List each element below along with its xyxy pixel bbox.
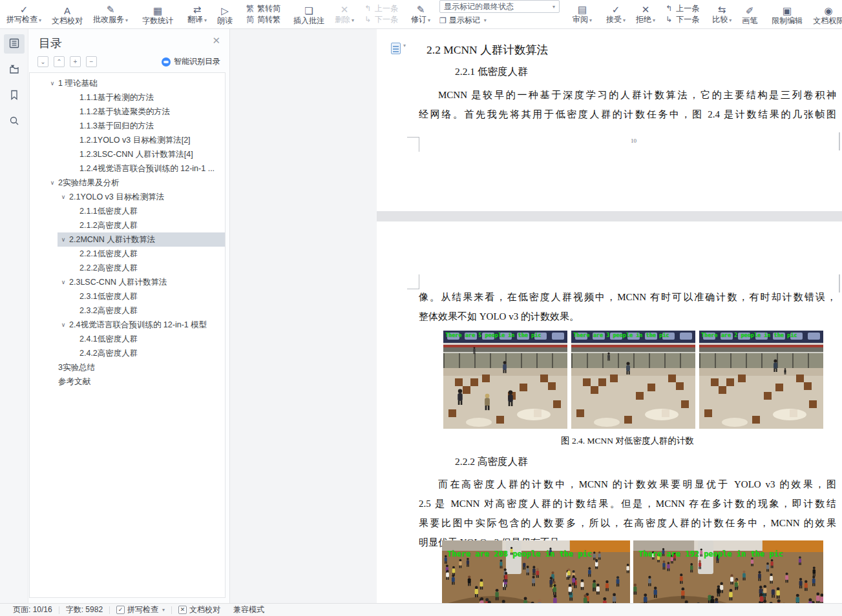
toc-item[interactable]: ∨2.4视觉语言联合预训练的 12-in-1 模型 (58, 318, 225, 332)
trad-to-simp-icon: 繁 (246, 4, 255, 14)
toc-item[interactable]: 2.2.2高密度人群 (79, 261, 225, 275)
expand-all-button[interactable]: + (70, 56, 81, 67)
smart-toc-label: 智能识别目录 (174, 56, 220, 67)
toc-item[interactable]: 1.1.3基于回归的方法 (79, 119, 225, 133)
toc-item[interactable]: 2.3.2高密度人群 (79, 303, 225, 318)
grading-service-button[interactable]: ✎批改服务▾ (88, 0, 133, 28)
toc-item-label: 2.2MCNN 人群计数算法 (69, 234, 155, 245)
toc-item-label: 3实验总结 (58, 362, 95, 373)
toolbar-stack: 繁繁转简简简转繁 (242, 0, 284, 28)
station-image-3: There are 2 people in the pic (699, 331, 823, 429)
toc-item[interactable]: 2.1.2高密度人群 (79, 218, 225, 232)
bookmark-pane-button[interactable] (4, 86, 25, 105)
search-pane-button[interactable] (4, 112, 25, 131)
compare-icon: ⇆ (718, 3, 726, 15)
document-canvas[interactable]: ▾ 2.2 MCNN 人群计数算法 2.2.1 低密度人群 MCNN 是较早的一… (230, 29, 842, 603)
close-icon[interactable]: ✕ (212, 36, 220, 45)
smart-toc-button[interactable]: 智能识别目录 (162, 56, 220, 67)
toolbar-stack: ↰上一条↳下一条 (359, 0, 402, 28)
insert-comment-button[interactable]: ❏插入批注 (288, 0, 330, 28)
toc-item-label: 2.2.1低密度人群 (79, 249, 138, 260)
toc-item[interactable]: 2.3.1低密度人群 (79, 289, 225, 303)
read-aloud-button[interactable]: ▷朗读 (212, 0, 238, 28)
translate-label: 翻译▾ (187, 15, 207, 25)
document-page-11: 像。从结果来看，在低密度人群视频中，MCNN 有时可以准确计数，有时却计数错误，… (377, 221, 842, 603)
chevron-down-icon: ▾ (125, 17, 128, 23)
next-change-button[interactable]: ↳下一条 (664, 15, 699, 25)
insert-comment-label: 插入批注 (293, 16, 324, 25)
toc-item-label: 1.1.3基于回归的方法 (79, 121, 154, 132)
toc-item[interactable]: 参考文献 (58, 375, 225, 389)
chevron-down-icon: ▾ (623, 17, 626, 23)
margin-corner-mark (839, 274, 840, 293)
toc-item[interactable]: 2.4.2高密度人群 (79, 346, 225, 360)
markup-state-select[interactable]: 显示标记的最终状态▾ (439, 0, 560, 13)
doc-proofread-button[interactable]: A文档校对 (47, 0, 88, 28)
toc-item[interactable]: 1.2.4视觉语言联合预训练的 12-in-1 ... (79, 161, 225, 176)
figure-2-5: There are 208 people in the pic There ar… (442, 540, 823, 603)
toc-item-label: 1 理论基础 (58, 78, 97, 89)
chevron-down-icon: ▾ (39, 17, 41, 23)
compare-button[interactable]: ⇆比较▾ (707, 0, 737, 28)
toc-item[interactable]: 2.1.1低密度人群 (79, 204, 225, 218)
collapse-all-button[interactable]: − (86, 56, 97, 67)
station-image-2: There are 3 people in the pic (571, 331, 695, 429)
prev-comment-label: 上一条 (375, 4, 398, 14)
trad-to-simp-button[interactable]: 繁繁转简 (246, 4, 280, 14)
toc-item[interactable]: 2.4.1低密度人群 (79, 332, 225, 346)
reject-icon: ✕ (642, 3, 650, 15)
restrict-edit-button[interactable]: ▣限制编辑 (766, 0, 808, 28)
count-overlay-text: There are 192 people in the pic (638, 549, 783, 559)
expand-down-button[interactable]: ⌄ (37, 56, 48, 67)
toc-item[interactable]: ∨2实验结果及分析 (47, 176, 225, 190)
revision-button[interactable]: ✎修订▾ (406, 0, 436, 28)
word-count-indicator: 字数: 5982 (59, 604, 109, 615)
word-count-button[interactable]: ▦字数统计 (137, 0, 178, 28)
toc-item[interactable]: 1.2.3LSC-CNN 人群计数算法[4] (79, 147, 225, 161)
brush-button[interactable]: ✐画笔 (737, 0, 763, 28)
toc-item[interactable]: 1.2.1YOLO v3 目标检测算法[2] (79, 133, 225, 147)
translate-button[interactable]: ⇄翻译▾ (182, 0, 212, 28)
station-image-1: There are 5 people in the pic (443, 331, 567, 429)
toc-item[interactable]: ∨2.1YOLO v3 目标检测算法 (58, 190, 225, 204)
toc-item-label: 2.1.2高密度人群 (79, 220, 138, 231)
toc-item[interactable]: ∨2.3LSC-CNN 人群计数算法 (58, 275, 225, 289)
expand-arrow-icon[interactable]: ∨ (47, 80, 58, 87)
spellcheck-button[interactable]: ✓拼写检查▾ (1, 0, 47, 28)
chapter-pane-button[interactable] (4, 60, 25, 79)
reject-button[interactable]: ✕拒绝▾ (631, 0, 660, 28)
toc-pane-button[interactable] (4, 34, 25, 54)
doc-permission-button[interactable]: ◉文档权限 (808, 0, 842, 28)
accept-button[interactable]: ✓接受▾ (601, 0, 631, 28)
toc-item[interactable]: 1.1.1基于检测的方法 (79, 90, 225, 105)
collapse-up-button[interactable]: ⌃ (54, 56, 65, 67)
show-markup-label: 显示标记 (449, 15, 480, 26)
toc-item[interactable]: 2.2.1低密度人群 (79, 247, 225, 261)
toc-item-label: 1.2.1YOLO v3 目标检测算法[2] (79, 135, 191, 146)
subsection-heading: 2.2.1 低密度人群 (455, 65, 527, 79)
toc-item[interactable]: ∨2.2MCNN 人群计数算法 (58, 232, 225, 247)
show-markup-icon: ❐ (439, 16, 447, 25)
toc-item[interactable]: 3实验总结 (58, 360, 225, 375)
expand-arrow-icon[interactable]: ∨ (58, 194, 69, 200)
chevron-down-icon: ▾ (553, 4, 555, 10)
revision-icon: ✎ (417, 3, 425, 15)
read-aloud-label: 朗读 (217, 16, 233, 25)
chevron-down-icon: ▾ (484, 17, 487, 23)
prev-change-button[interactable]: ↰上一条 (664, 4, 699, 14)
paragraph-settings-icon[interactable]: ▾ (391, 43, 406, 54)
proofread-toggle[interactable]: ✕ 文档校对 (172, 604, 227, 615)
markup-state-value: 显示标记的最终状态 (444, 1, 514, 12)
chevron-down-icon: ▾ (653, 17, 655, 23)
expand-arrow-icon[interactable]: ∨ (58, 322, 69, 328)
expand-arrow-icon[interactable]: ∨ (47, 180, 58, 186)
expand-arrow-icon[interactable]: ∨ (58, 279, 69, 285)
toc-item[interactable]: ∨1 理论基础 (47, 76, 225, 90)
review-button[interactable]: ▤审阅▾ (567, 0, 597, 28)
spellcheck-toggle[interactable]: ✓ 拼写检查 ▾ (110, 604, 171, 615)
toc-item[interactable]: 1.1.2基于轨迹聚类的方法 (79, 105, 225, 119)
expand-arrow-icon[interactable]: ∨ (58, 236, 69, 243)
show-markup-button[interactable]: ❐显示标记▾ (439, 15, 560, 26)
simp-to-trad-button[interactable]: 简简转繁 (246, 15, 280, 25)
crowd-image-2: There are 192 people in the pic (633, 540, 823, 603)
